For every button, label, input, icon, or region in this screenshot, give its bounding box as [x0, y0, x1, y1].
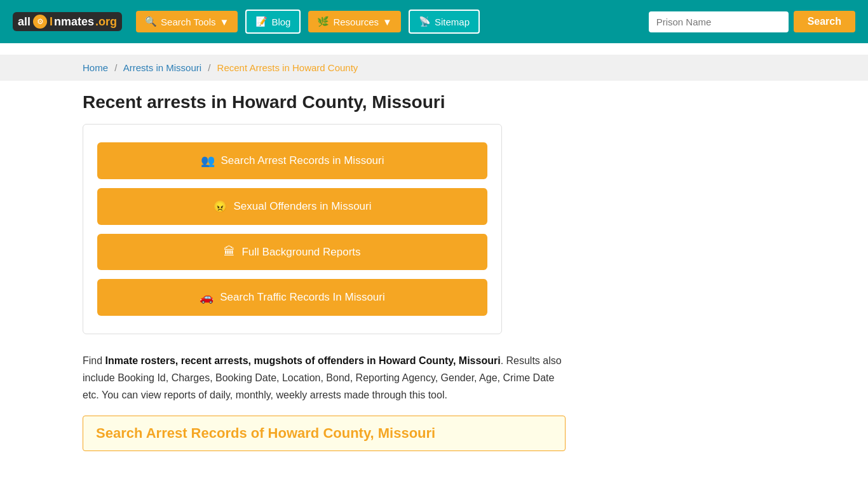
site-header: all ⚙ I nmates .org 🔍 Search Tools ▼ 📝 B…	[0, 0, 868, 43]
chevron-down-icon-resources: ▼	[383, 17, 392, 27]
section-title: Search Arrest Records of Howard County, …	[96, 425, 552, 442]
main-content: Recent arrests in Howard County, Missour…	[0, 81, 868, 463]
search-tools-icon: 🔍	[145, 16, 157, 27]
logo-text-i: I	[50, 15, 53, 29]
header-search-area: Search	[649, 11, 855, 32]
prison-search-input[interactable]	[649, 11, 789, 32]
desc-bold: Inmate rosters, recent arrests, mugshots…	[105, 355, 501, 366]
chevron-down-icon: ▼	[220, 17, 229, 27]
background-reports-icon: 🏛	[224, 245, 235, 259]
logo-text-nmates: nmates	[54, 15, 94, 29]
breadcrumb-current: Recent Arrests in Howard County	[217, 62, 358, 73]
blog-icon: 📝	[255, 16, 268, 27]
breadcrumb-sep-1: /	[114, 62, 117, 73]
breadcrumb-arrests-missouri[interactable]: Arrests in Missouri	[123, 62, 201, 73]
resources-icon: 🌿	[317, 16, 329, 27]
arrest-records-icon: 👥	[201, 154, 215, 168]
logo-gear-icon: ⚙	[33, 15, 47, 29]
page-title: Recent arrests in Howard County, Missour…	[83, 92, 785, 112]
action-card: 👥 Search Arrest Records in Missouri 😠 Se…	[83, 124, 502, 334]
sitemap-icon: 📡	[419, 16, 431, 27]
nav-search-tools[interactable]: 🔍 Search Tools ▼	[136, 11, 238, 32]
desc-prefix: Find	[83, 355, 105, 366]
search-arrest-records-button[interactable]: 👥 Search Arrest Records in Missouri	[97, 142, 487, 179]
nav-resources[interactable]: 🌿 Resources ▼	[308, 11, 401, 32]
nav-sitemap[interactable]: 📡 Sitemap	[409, 10, 480, 34]
traffic-records-icon: 🚗	[200, 290, 214, 304]
breadcrumb-sep-2: /	[208, 62, 210, 73]
traffic-records-button[interactable]: 🚗 Search Traffic Records In Missouri	[97, 279, 487, 316]
sexual-offenders-icon: 😠	[213, 200, 227, 214]
nav-blog[interactable]: 📝 Blog	[245, 10, 301, 34]
logo[interactable]: all ⚙ I nmates .org	[13, 12, 122, 31]
logo-text-org: .org	[95, 15, 117, 29]
sexual-offenders-button[interactable]: 😠 Sexual Offenders in Missouri	[97, 188, 487, 225]
breadcrumb-wrapper: Home / Arrests in Missouri / Recent Arre…	[0, 55, 868, 81]
description-text: Find Inmate rosters, recent arrests, mug…	[83, 352, 566, 404]
header-search-button[interactable]: Search	[794, 11, 855, 32]
section-title-box: Search Arrest Records of Howard County, …	[83, 416, 566, 451]
background-reports-button[interactable]: 🏛 Full Background Reports	[97, 234, 487, 270]
breadcrumb-home[interactable]: Home	[83, 62, 108, 73]
logo-text-all: all	[18, 15, 31, 29]
breadcrumb: Home / Arrests in Missouri / Recent Arre…	[83, 62, 785, 73]
